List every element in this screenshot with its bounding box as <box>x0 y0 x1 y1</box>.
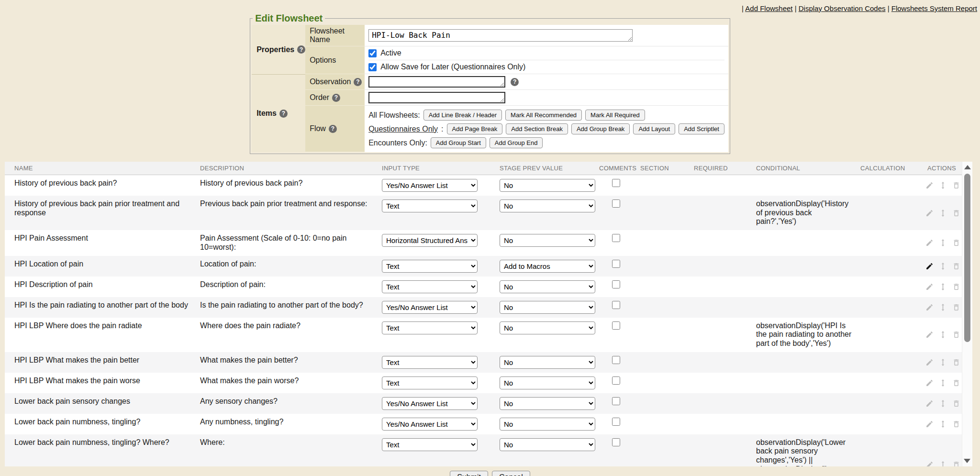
move-button[interactable] <box>939 181 947 189</box>
stage-prev-value-select[interactable]: No <box>500 321 595 334</box>
move-button[interactable] <box>939 239 947 247</box>
stage-prev-value-select[interactable]: No <box>500 199 595 212</box>
stage-prev-value-select[interactable]: No <box>500 418 595 431</box>
input-type-select[interactable]: Yes/No Answer List <box>382 301 478 314</box>
input-type-select[interactable]: Text <box>382 356 478 369</box>
stage-prev-value-select[interactable]: No <box>500 280 595 293</box>
stage-prev-value-select[interactable]: Add to Macros <box>500 260 595 273</box>
top-link-flowsheets-system-report[interactable]: Flowsheets System Report <box>891 4 977 12</box>
stage-prev-value-select[interactable]: No <box>500 301 595 314</box>
properties-help-icon[interactable]: ? <box>297 45 305 54</box>
input-type-select[interactable]: Text <box>382 260 478 273</box>
input-type-select[interactable]: Text <box>382 376 478 389</box>
top-link-display-observation-codes[interactable]: Display Observation Codes <box>799 4 886 12</box>
edit-button[interactable] <box>925 379 934 387</box>
comments-checkbox[interactable] <box>612 397 620 405</box>
order-input[interactable] <box>368 92 505 103</box>
comments-checkbox[interactable] <box>612 321 620 330</box>
delete-button[interactable] <box>952 461 960 466</box>
flow-button-add-group-break[interactable]: Add Group Break <box>571 123 630 134</box>
flow-button-mark-all-required[interactable]: Mark All Required <box>585 110 645 121</box>
move-button[interactable] <box>939 379 947 387</box>
delete-button[interactable] <box>952 262 960 270</box>
comments-checkbox[interactable] <box>612 418 620 426</box>
delete-button[interactable] <box>952 283 960 291</box>
edit-button[interactable] <box>925 358 934 366</box>
flow-button-add-group-start[interactable]: Add Group Start <box>431 137 486 148</box>
edit-button[interactable] <box>925 283 934 291</box>
move-button[interactable] <box>939 283 947 291</box>
input-type-select[interactable]: Text <box>382 438 478 451</box>
submit-button[interactable]: Submit <box>450 471 488 476</box>
move-button[interactable] <box>939 461 947 466</box>
scrollbar-thumb[interactable] <box>964 174 970 342</box>
edit-button[interactable] <box>925 239 934 247</box>
comments-checkbox[interactable] <box>612 234 620 242</box>
scrollbar-up-button[interactable] <box>964 165 971 169</box>
delete-button[interactable] <box>952 209 960 217</box>
delete-button[interactable] <box>952 239 960 247</box>
input-type-select[interactable]: Yes/No Answer List <box>382 179 478 192</box>
stage-prev-value-select[interactable]: No <box>500 356 595 369</box>
move-button[interactable] <box>939 358 947 366</box>
flow-button-add-group-end[interactable]: Add Group End <box>490 137 543 148</box>
flow-help-icon[interactable]: ? <box>329 125 337 133</box>
comments-checkbox[interactable] <box>612 356 620 364</box>
flow-button-add-scriptlet[interactable]: Add Scriptlet <box>679 123 724 134</box>
move-button[interactable] <box>939 420 947 428</box>
stage-prev-value-select[interactable]: No <box>500 179 595 192</box>
observation-input-help-icon[interactable]: ? <box>511 78 519 86</box>
delete-button[interactable] <box>952 181 960 189</box>
move-button[interactable] <box>939 303 947 311</box>
stage-prev-value-select[interactable]: No <box>500 234 595 247</box>
order-help-icon[interactable]: ? <box>332 94 340 102</box>
flow-button-add-section-break[interactable]: Add Section Break <box>506 123 568 134</box>
observation-help-icon[interactable]: ? <box>354 78 362 86</box>
top-link-add-flowsheet[interactable]: Add Flowsheet <box>745 4 792 12</box>
flowsheet-name-input[interactable]: HPI-Low Back Pain <box>368 29 633 42</box>
edit-button[interactable] <box>925 420 934 428</box>
items-help-icon[interactable]: ? <box>279 110 288 118</box>
flow-button-add-line-break-header[interactable]: Add Line Break / Header <box>423 110 502 121</box>
comments-checkbox[interactable] <box>612 438 620 446</box>
option-active-checkbox[interactable] <box>368 49 377 57</box>
delete-button[interactable] <box>952 358 960 366</box>
edit-button[interactable] <box>925 181 934 189</box>
comments-checkbox[interactable] <box>612 376 620 385</box>
comments-checkbox[interactable] <box>612 280 620 288</box>
comments-checkbox[interactable] <box>612 199 620 208</box>
comments-checkbox[interactable] <box>612 179 620 187</box>
move-button[interactable] <box>939 262 947 270</box>
scrollbar-down-button[interactable] <box>964 459 970 463</box>
observation-input[interactable] <box>368 76 505 88</box>
cancel-button[interactable]: Cancel <box>492 471 530 476</box>
flow-button-add-page-break[interactable]: Add Page Break <box>447 123 503 134</box>
input-type-select[interactable]: Text <box>382 280 478 293</box>
option-allow-save-checkbox[interactable] <box>368 63 377 71</box>
table-scrollbar[interactable] <box>962 162 972 466</box>
comments-checkbox[interactable] <box>612 301 620 309</box>
delete-button[interactable] <box>952 331 960 339</box>
input-type-select[interactable]: Yes/No Answer List <box>382 397 478 410</box>
stage-prev-value-select[interactable]: No <box>500 397 595 410</box>
edit-button[interactable] <box>925 399 934 408</box>
move-button[interactable] <box>939 399 947 408</box>
input-type-select[interactable]: Yes/No Answer List <box>382 418 478 431</box>
input-type-select[interactable]: Text <box>382 321 478 334</box>
flow-button-mark-all-recommended[interactable]: Mark All Recommended <box>505 110 582 121</box>
stage-prev-value-select[interactable]: No <box>500 438 595 451</box>
delete-button[interactable] <box>952 420 960 428</box>
input-type-select[interactable]: Horizontal Structured Ans <box>382 234 478 247</box>
input-type-select[interactable]: Text <box>382 199 478 212</box>
move-button[interactable] <box>939 209 947 217</box>
delete-button[interactable] <box>952 303 960 311</box>
move-button[interactable] <box>939 331 947 339</box>
comments-checkbox[interactable] <box>612 260 620 268</box>
delete-button[interactable] <box>952 379 960 387</box>
delete-button[interactable] <box>952 399 960 408</box>
edit-button[interactable] <box>925 209 934 217</box>
flow-button-add-layout[interactable]: Add Layout <box>633 123 675 134</box>
stage-prev-value-select[interactable]: No <box>500 376 595 389</box>
edit-button[interactable] <box>925 461 934 466</box>
edit-button[interactable] <box>925 331 934 339</box>
